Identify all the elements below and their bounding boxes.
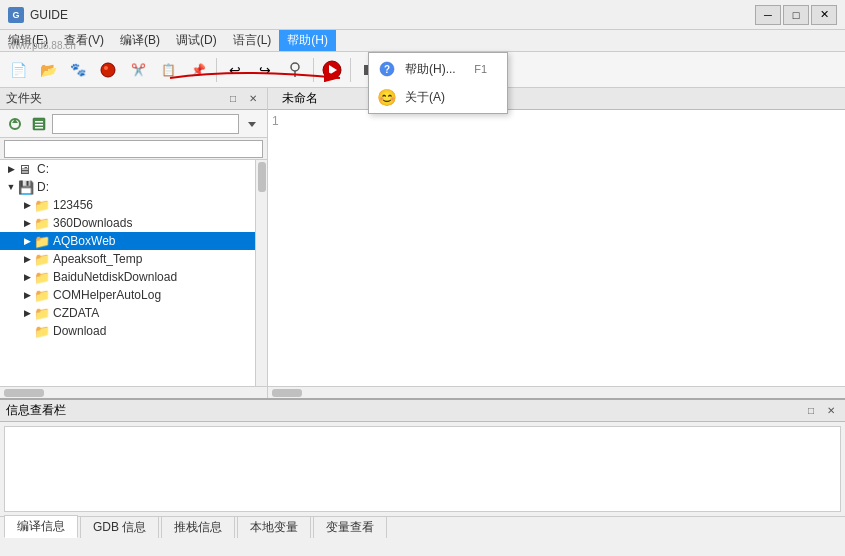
tree-arrow-comhelper: ▶	[20, 290, 34, 300]
window-controls: ─ □ ✕	[755, 5, 837, 25]
tree-arrow-baidu: ▶	[20, 272, 34, 282]
menu-item-debug[interactable]: 调试(D)	[168, 30, 225, 51]
tree-label-d: D:	[37, 180, 49, 194]
tree-item-360downloads[interactable]: ▶ 📁 360Downloads	[0, 214, 255, 232]
tree-item-czdata[interactable]: ▶ 📁 CZDATA	[0, 304, 255, 322]
right-panel: 未命名 1	[268, 88, 845, 398]
tree-label-c: C:	[37, 162, 49, 176]
toolbar-new[interactable]: 📄	[4, 56, 32, 84]
svg-marker-21	[248, 122, 256, 127]
info-panel-float[interactable]: □	[803, 403, 819, 419]
file-tree: ▶ 🖥 C: ▼ 💾 D: ▶ 📁 123456	[0, 160, 255, 340]
help-shortcut: F1	[474, 63, 487, 75]
close-button[interactable]: ✕	[811, 5, 837, 25]
info-panel-title: 信息查看栏	[6, 402, 66, 419]
tree-scrollbar-x-thumb[interactable]	[4, 389, 44, 397]
toolbar-b7[interactable]: 📌	[184, 56, 212, 84]
menu-item-language[interactable]: 语言(L)	[225, 30, 280, 51]
tree-scrollbar-x[interactable]	[0, 386, 267, 398]
right-panel-scrollbar[interactable]	[268, 386, 845, 398]
help-menu-item-help[interactable]: ? 帮助(H)... F1	[369, 55, 507, 83]
toolbar-redo[interactable]: ↪	[251, 56, 279, 84]
tree-arrow-123456: ▶	[20, 200, 34, 210]
tree-label-download: Download	[53, 324, 106, 338]
file-tree-scroll: ▶ 🖥 C: ▼ 💾 D: ▶ 📁 123456	[0, 160, 255, 386]
main-layout: 文件夹 □ ✕	[0, 88, 845, 398]
right-panel-header: 未命名	[268, 88, 845, 110]
file-path-btn[interactable]	[241, 113, 263, 135]
right-panel-content: 1	[268, 110, 845, 386]
maximize-button[interactable]: □	[783, 5, 809, 25]
tree-arrow-aqboxweb: ▶	[20, 236, 34, 246]
toolbar-b3[interactable]: 🐾	[64, 56, 92, 84]
toolbar-b6[interactable]: 📋	[154, 56, 182, 84]
tree-item-aqboxweb[interactable]: ▶ 📁 AQBoxWeb	[0, 232, 255, 250]
tab-stack-info[interactable]: 推栈信息	[161, 516, 235, 538]
tree-item-apeaksoft[interactable]: ▶ 📁 Apeaksoft_Temp	[0, 250, 255, 268]
menu-item-compile[interactable]: 编译(B)	[112, 30, 168, 51]
tree-arrow-czdata: ▶	[20, 308, 34, 318]
svg-point-1	[104, 66, 108, 70]
file-nav[interactable]	[28, 113, 50, 135]
tree-icon-360downloads: 📁	[34, 216, 50, 231]
file-panel-toolbar	[0, 110, 267, 138]
tree-label-apeaksoft: Apeaksoft_Temp	[53, 252, 142, 266]
tree-item-d[interactable]: ▼ 💾 D:	[0, 178, 255, 196]
tree-arrow-d: ▼	[4, 182, 18, 192]
title-bar: G GUIDE ─ □ ✕	[0, 0, 845, 30]
file-panel-float[interactable]: □	[225, 91, 241, 107]
tree-scrollbar-thumb[interactable]	[258, 162, 266, 192]
tree-item-123456[interactable]: ▶ 📁 123456	[0, 196, 255, 214]
tree-icon-aqboxweb: 📁	[34, 234, 50, 249]
line-number-1: 1	[272, 114, 287, 128]
toolbar-open[interactable]: 📂	[34, 56, 62, 84]
menu-bar: 编辑(E) 查看(V) 编译(B) 调试(D) 语言(L) 帮助(H)	[0, 30, 845, 52]
toolbar-sep2	[313, 58, 314, 82]
tree-icon-download: 📁	[34, 324, 50, 339]
toolbar-settings[interactable]	[281, 56, 309, 84]
toolbar-sep1	[216, 58, 217, 82]
file-panel-close[interactable]: ✕	[245, 91, 261, 107]
tab-var-watch[interactable]: 变量查看	[313, 516, 387, 538]
help-menu-item-about[interactable]: 😊 关于(A)	[369, 83, 507, 111]
file-refresh[interactable]	[4, 113, 26, 135]
svg-rect-18	[35, 121, 43, 123]
tree-label-czdata: CZDATA	[53, 306, 99, 320]
menu-item-help[interactable]: 帮助(H)	[279, 30, 336, 51]
tree-icon-czdata: 📁	[34, 306, 50, 321]
toolbar-b5[interactable]: ✂️	[124, 56, 152, 84]
app-logo: G	[8, 7, 24, 23]
tree-arrow-c: ▶	[4, 164, 18, 174]
toolbar-undo[interactable]: ↩	[221, 56, 249, 84]
toolbar-b4[interactable]	[94, 56, 122, 84]
tree-item-comhelper[interactable]: ▶ 📁 COMHelperAutoLog	[0, 286, 255, 304]
file-panel: 文件夹 □ ✕	[0, 88, 268, 398]
right-panel-scrollbar-thumb[interactable]	[272, 389, 302, 397]
file-search-input[interactable]	[4, 140, 263, 158]
minimize-button[interactable]: ─	[755, 5, 781, 25]
tree-item-baidu[interactable]: ▶ 📁 BaiduNetdiskDownload	[0, 268, 255, 286]
about-label: 关于(A)	[405, 89, 445, 106]
tree-label-comhelper: COMHelperAutoLog	[53, 288, 161, 302]
info-panel-close[interactable]: ✕	[823, 403, 839, 419]
file-tree-container: ▶ 🖥 C: ▼ 💾 D: ▶ 📁 123456	[0, 160, 267, 386]
help-dropdown-menu: ? 帮助(H)... F1 😊 关于(A)	[368, 52, 508, 114]
svg-point-2	[291, 63, 299, 71]
tree-icon-comhelper: 📁	[34, 288, 50, 303]
help-icon: ?	[377, 59, 397, 79]
tab-gdb-info[interactable]: GDB 信息	[80, 516, 159, 538]
tree-item-download[interactable]: 📁 Download	[0, 322, 255, 340]
file-path-input[interactable]	[52, 114, 239, 134]
tree-item-c[interactable]: ▶ 🖥 C:	[0, 160, 255, 178]
tree-label-aqboxweb: AQBoxWeb	[53, 234, 115, 248]
svg-rect-19	[35, 124, 43, 126]
tree-icon-apeaksoft: 📁	[34, 252, 50, 267]
right-panel-title: 未命名	[274, 90, 318, 107]
tab-compile-info[interactable]: 编译信息	[4, 515, 78, 538]
toolbar-sep3	[350, 58, 351, 82]
tree-scrollbar-v[interactable]	[255, 160, 267, 386]
tab-local-var[interactable]: 本地变量	[237, 516, 311, 538]
tree-arrow-360downloads: ▶	[20, 218, 34, 228]
tree-icon-baidu: 📁	[34, 270, 50, 285]
tree-icon-c: 🖥	[18, 162, 34, 177]
